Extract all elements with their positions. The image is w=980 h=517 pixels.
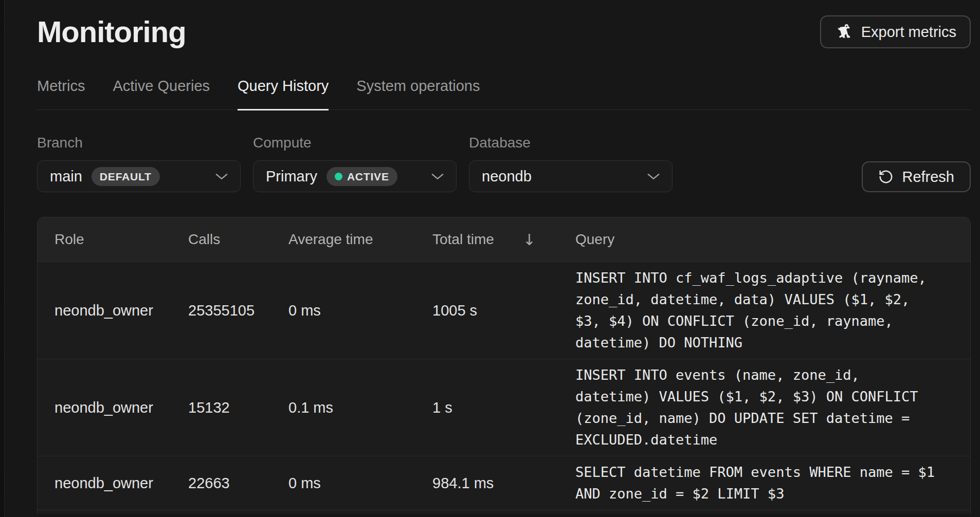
branch-filter: Branch main DEFAULT <box>37 135 241 192</box>
default-badge: DEFAULT <box>92 167 160 186</box>
query-cell: INSERT INTO cf_waf_logs_adaptive (raynam… <box>575 262 970 359</box>
calls-cell: 15132 <box>188 399 288 416</box>
compute-value: Primary <box>266 168 317 185</box>
chevron-down-icon <box>215 173 228 180</box>
tab-active-queries[interactable]: Active Queries <box>113 77 210 110</box>
branch-select[interactable]: main DEFAULT <box>37 160 241 192</box>
column-header-query[interactable]: Query <box>575 231 970 248</box>
sort-desc-icon[interactable]: ↓ <box>523 231 536 249</box>
table-row: neondb_owner 25355105 0 ms 1005 s INSERT… <box>38 262 970 359</box>
filter-bar: Branch main DEFAULT Compute Primary ACTI… <box>37 135 971 192</box>
active-status-dot <box>335 173 342 180</box>
role-cell: neondb_owner <box>38 302 188 319</box>
compute-label: Compute <box>253 135 457 151</box>
panel-left-border <box>0 0 5 517</box>
tab-bar: Metrics Active Queries Query History Sys… <box>37 77 971 110</box>
column-header-average-time[interactable]: Average time <box>288 231 432 248</box>
branch-label: Branch <box>37 135 241 151</box>
refresh-label: Refresh <box>902 170 954 184</box>
tab-query-history[interactable]: Query History <box>238 77 329 110</box>
chevron-down-icon <box>647 173 660 180</box>
tab-metrics[interactable]: Metrics <box>37 77 85 110</box>
compute-select[interactable]: Primary ACTIVE <box>253 160 457 192</box>
refresh-icon <box>878 169 894 184</box>
active-status-badge: ACTIVE <box>326 167 397 186</box>
role-cell: neondb_owner <box>38 475 188 492</box>
average-time-cell: 0 ms <box>288 302 432 319</box>
database-filter: Database neondb <box>469 135 673 192</box>
total-time-cell: 1 s <box>432 399 575 416</box>
column-header-calls[interactable]: Calls <box>188 231 288 248</box>
table-row: neondb_owner 22663 0 ms 984.1 ms SELECT … <box>38 456 970 510</box>
refresh-button[interactable]: Refresh <box>862 161 971 192</box>
table-header-row: Role Calls Average time Total time ↓ Que… <box>38 217 970 262</box>
average-time-cell: 0 ms <box>288 475 432 492</box>
compute-filter: Compute Primary ACTIVE <box>253 135 457 192</box>
calls-cell: 22663 <box>188 475 288 492</box>
table-row: neondb_owner 15132 0.1 ms 1 s INSERT INT… <box>38 359 970 456</box>
page-title: Monitoring <box>37 15 186 48</box>
total-time-cell: 1005 s <box>432 302 575 319</box>
tab-system-operations[interactable]: System operations <box>356 77 480 110</box>
query-cell: INSERT INTO events (name, zone_id, datet… <box>575 359 970 456</box>
calls-cell: 25355105 <box>188 302 288 319</box>
database-select[interactable]: neondb <box>469 160 673 192</box>
page-header: Monitoring Export metrics <box>37 15 971 48</box>
database-label: Database <box>469 135 673 151</box>
monitoring-page: Monitoring Export metrics Metrics Active… <box>37 0 971 514</box>
role-cell: neondb_owner <box>38 399 188 416</box>
chevron-down-icon <box>431 173 444 180</box>
export-metrics-label: Export metrics <box>861 25 956 40</box>
total-time-cell: 984.1 ms <box>432 475 575 492</box>
column-header-total-time[interactable]: Total time ↓ <box>432 231 575 249</box>
query-cell: SELECT datetime FROM events WHERE name =… <box>575 456 970 510</box>
query-history-table: Role Calls Average time Total time ↓ Que… <box>37 217 971 514</box>
database-value: neondb <box>482 168 532 185</box>
average-time-cell: 0.1 ms <box>288 399 432 416</box>
column-header-role[interactable]: Role <box>38 231 188 248</box>
export-metrics-button[interactable]: Export metrics <box>820 15 971 48</box>
table-row-clipped <box>38 510 970 514</box>
datadog-icon <box>834 23 853 41</box>
branch-value: main <box>50 168 82 185</box>
